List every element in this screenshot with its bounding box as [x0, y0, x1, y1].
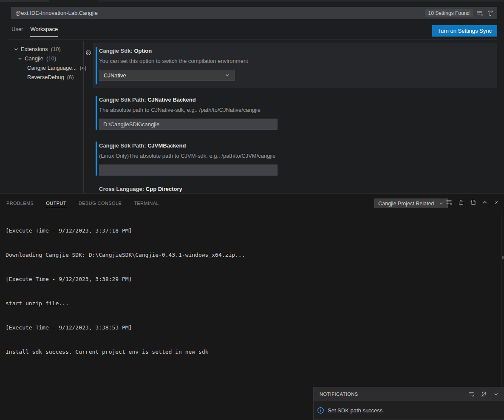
setting-category: Cangjie Sdk Path: [99, 96, 146, 103]
setting-title: Cangjie Sdk Path: CJVMBackend [99, 142, 497, 149]
notifications-actions [467, 390, 500, 398]
setting-description: (Linux Only)The absolute path to CJVM-sd… [99, 153, 497, 159]
setting-row-cjnative-path: Cangjie Sdk Path: CJNative Backend The a… [93, 91, 497, 134]
modified-indicator [96, 142, 97, 176]
setting-name: Cpp Directory [146, 186, 182, 192]
setting-row-sdk-option: Cangjie Sdk: Option You can set this opt… [93, 43, 497, 88]
setting-category: Cangjie Sdk Path: [99, 142, 146, 149]
select-value: CJNative [104, 72, 126, 79]
output-line: start unzip file... [6, 299, 496, 307]
setting-row-cjvm-path: Cangjie Sdk Path: CJVMBackend (Linux Onl… [93, 137, 497, 180]
toc-label: Cangjie [25, 54, 43, 63]
settings-count-badge: 10 Settings Found [425, 9, 473, 17]
setting-category: Cangjie Sdk: [99, 48, 133, 54]
info-icon [317, 407, 324, 414]
setting-title: Cangjie Sdk: Option [99, 48, 497, 54]
notifications-panel: NOTIFICATIONS Set SDK path success [313, 387, 504, 420]
settings-search-box[interactable]: 10 Settings Found [11, 7, 497, 19]
chevron-down-icon [439, 201, 444, 206]
cjvm-path-input[interactable] [99, 165, 277, 176]
chevron-down-icon [17, 56, 23, 62]
output-line: [Execute Time - 9/12/2023, 3:37:18 PM] [6, 227, 496, 235]
maximize-panel-icon[interactable] [481, 199, 489, 206]
tab-terminal[interactable]: TERMINAL [133, 196, 159, 208]
setting-description: You can set this option to switch the co… [99, 58, 497, 64]
scrollbar-thumb[interactable] [502, 256, 504, 259]
panel-tabs: PROBLEMS OUTPUT DEBUG CONSOLE TERMINAL [6, 194, 159, 210]
filter-icon[interactable] [487, 9, 494, 17]
setting-category: Cross Language: [99, 186, 144, 192]
setting-name: CJVMBackend [147, 142, 186, 149]
notification-item[interactable]: Set SDK path success [314, 401, 504, 420]
toc-item-cangjie[interactable]: Cangjie (10) [17, 54, 56, 63]
panel-actions [445, 199, 501, 206]
settings-toc: Extensions (10) Cangjie (10) Cangjie Lan… [0, 43, 83, 193]
toc-label: ReverseDebug [27, 73, 64, 82]
settings-scope-tabs: User Workspace [11, 23, 58, 39]
toc-item-extensions[interactable]: Extensions (10) [13, 45, 61, 54]
output-channel-select[interactable]: Cangjie Project Related [374, 199, 448, 208]
output-line: [Execute Time - 9/12/2023, 3:38:53 PM] [6, 324, 496, 332]
output-line: [Execute Time - 9/12/2023, 3:38:29 PM] [6, 275, 496, 283]
output-line: Downloading Cangjie SDK: D:\CangjieSDK\C… [6, 251, 496, 259]
cjnative-path-input[interactable] [99, 119, 277, 130]
settings-sync-button[interactable]: Turn on Settings Sync [432, 25, 497, 37]
toc-count: (10) [51, 45, 61, 54]
tab-user[interactable]: User [11, 23, 23, 36]
notifications-title: NOTIFICATIONS [320, 392, 467, 397]
bottom-panel: PROBLEMS OUTPUT DEBUG CONSOLE TERMINAL C… [0, 193, 504, 420]
tab-workspace[interactable]: Workspace [30, 23, 58, 37]
chevron-down-icon [13, 46, 19, 52]
clear-output-icon[interactable] [445, 199, 453, 206]
toc-item-reversedebug[interactable]: ReverseDebug (6) [27, 73, 74, 82]
lock-icon[interactable] [457, 199, 465, 206]
tab-output[interactable]: OUTPUT [45, 196, 67, 208]
setting-title: Cangjie Sdk Path: CJNative Backend [99, 96, 497, 103]
toc-label: Cangjie Language... [27, 63, 76, 73]
modified-indicator [96, 47, 97, 84]
output-log: [Execute Time - 9/12/2023, 3:37:18 PM] D… [6, 210, 496, 372]
modified-indicator [96, 96, 97, 130]
toc-separator[interactable] [83, 41, 84, 196]
settings-editor: 10 Settings Found User Workspace Turn on… [0, 2, 504, 193]
close-panel-icon[interactable] [493, 199, 501, 206]
setting-gear-icon[interactable] [85, 49, 92, 56]
setting-name: CJNative Backend [147, 96, 195, 103]
setting-description: The absolute path to CJNative-sdk, e.g.:… [99, 107, 497, 113]
clear-all-notifications-icon[interactable] [467, 390, 475, 398]
toc-label: Extensions [21, 45, 48, 54]
header-divider [8, 39, 497, 40]
setting-title: Cross Language: Cpp Directory [99, 186, 497, 192]
setting-row-cpp-directory: Cross Language: Cpp Directory [93, 183, 497, 193]
toc-count: (6) [67, 73, 74, 82]
tab-debug-console[interactable]: DEBUG CONSOLE [78, 196, 122, 208]
collapse-notifications-icon[interactable] [492, 390, 500, 398]
settings-search-input[interactable] [15, 10, 422, 16]
notification-message: Set SDK path success [328, 407, 382, 414]
channel-value: Cangjie Project Related [378, 201, 434, 207]
toc-item-cangjie-language[interactable]: Cangjie Language... (4) [27, 63, 86, 73]
open-log-file-icon[interactable] [469, 199, 477, 206]
notifications-header: NOTIFICATIONS [314, 387, 504, 401]
setting-name: Option [134, 48, 152, 54]
do-not-disturb-icon[interactable] [480, 390, 487, 398]
toc-count: (10) [46, 54, 56, 63]
clear-filter-icon[interactable] [476, 9, 484, 17]
chevron-down-icon [224, 72, 230, 78]
sdk-option-select[interactable]: CJNative [99, 70, 235, 81]
tab-problems[interactable]: PROBLEMS [6, 196, 34, 208]
output-line: Install sdk success. Current project env… [6, 348, 496, 356]
